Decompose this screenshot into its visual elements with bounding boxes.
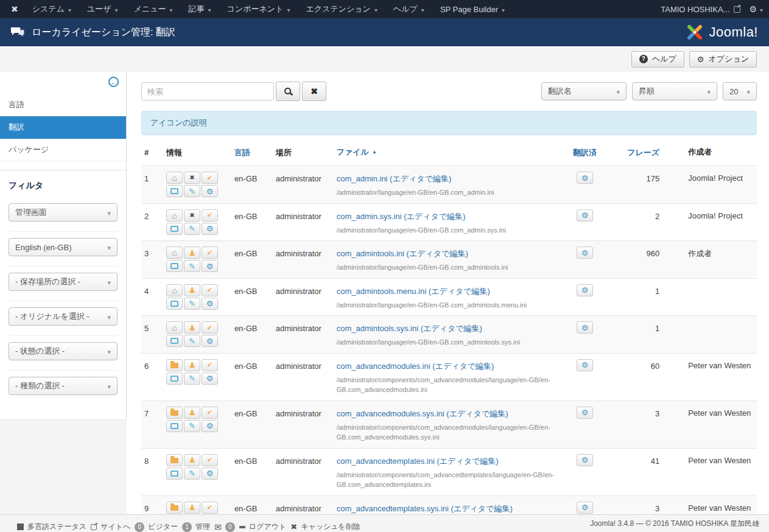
- user-icon-button[interactable]: ♟: [184, 407, 200, 419]
- joomla-icon-button[interactable]: ✖: [184, 172, 200, 184]
- filter-select-origin[interactable]: - オリジナルを選択 -: [9, 307, 118, 326]
- user-icon-button[interactable]: ♟: [184, 247, 200, 259]
- filter-select-client[interactable]: 管理画面: [9, 203, 118, 222]
- visitors-status[interactable]: 0 ビジター: [135, 522, 178, 532]
- gear-icon-button[interactable]: ⚙: [202, 298, 218, 310]
- check-icon-button[interactable]: ✔: [202, 502, 218, 514]
- pencil-icon-button[interactable]: ✎: [184, 335, 200, 347]
- clear-cache-link[interactable]: キャッシュを削除: [290, 522, 360, 532]
- filter-select-state[interactable]: - 状態の選択 -: [9, 342, 118, 360]
- monitor-icon-button[interactable]: [166, 223, 183, 235]
- menu-extensions[interactable]: エクステンション: [298, 4, 385, 15]
- monitor-icon-button[interactable]: [166, 260, 183, 272]
- icon-legend-toggle[interactable]: アイコンの説明: [141, 111, 757, 135]
- file-edit-link[interactable]: com_admintools.menu.ini (エディタで編集): [337, 287, 490, 296]
- gear-icon-button[interactable]: ⚙: [202, 223, 218, 235]
- filter-select-language[interactable]: English (en-GB): [9, 238, 118, 256]
- pencil-icon-button[interactable]: ✎: [184, 260, 200, 272]
- gear-icon-button[interactable]: ⚙: [202, 373, 218, 385]
- folder-icon-button[interactable]: [166, 359, 183, 371]
- monitor-icon-button[interactable]: [166, 373, 183, 385]
- gear-icon-button[interactable]: ⚙: [577, 321, 593, 334]
- gear-icon-button[interactable]: ⚙: [577, 172, 593, 184]
- admins-status[interactable]: 1 管理: [182, 522, 210, 532]
- gear-icon-button[interactable]: ⚙: [577, 407, 593, 419]
- home-icon-button[interactable]: ⌂: [166, 247, 183, 259]
- gear-icon-button[interactable]: ⚙: [577, 454, 593, 466]
- folder-icon-button[interactable]: [166, 407, 183, 419]
- check-icon-button[interactable]: ✔: [202, 321, 218, 334]
- gear-icon-button[interactable]: ⚙: [577, 247, 593, 259]
- file-edit-link[interactable]: com_advancedmodules.sys.ini (エディタで編集): [337, 409, 508, 418]
- view-site-link[interactable]: サイトへ: [91, 522, 130, 532]
- gear-icon-button[interactable]: ⚙: [577, 284, 593, 296]
- menu-sp-page-builder[interactable]: SP Page Builder: [432, 4, 513, 15]
- folder-icon-button[interactable]: [166, 502, 183, 514]
- monitor-icon-button[interactable]: [166, 420, 183, 432]
- file-edit-link[interactable]: com_advancedtemplates.sys.ini (エディタで編集): [337, 504, 513, 513]
- check-icon-button[interactable]: ✔: [202, 407, 218, 419]
- messages-status[interactable]: 0: [214, 522, 235, 532]
- search-button[interactable]: [276, 82, 300, 101]
- user-icon-button[interactable]: ♟: [184, 321, 200, 334]
- user-icon-button[interactable]: ♟: [184, 454, 200, 466]
- check-icon-button[interactable]: ✔: [202, 359, 218, 371]
- gear-icon-button[interactable]: ⚙: [577, 502, 593, 514]
- file-edit-link[interactable]: com_admintools.ini (エディタで編集): [337, 249, 468, 258]
- sidebar-collapse-button[interactable]: [108, 77, 119, 87]
- settings-menu[interactable]: [749, 4, 763, 14]
- menu-users[interactable]: ユーザ: [79, 4, 126, 15]
- home-icon-button[interactable]: ⌂: [166, 321, 183, 334]
- logout-link[interactable]: ログアウト: [239, 522, 286, 532]
- sidebar-item-translations[interactable]: 翻訳: [0, 116, 126, 139]
- user-icon-button[interactable]: ♟: [184, 284, 200, 296]
- pencil-icon-button[interactable]: ✎: [184, 298, 200, 310]
- options-button[interactable]: オプション: [689, 51, 757, 68]
- folder-icon-button[interactable]: [166, 454, 183, 466]
- pencil-icon-button[interactable]: ✎: [184, 185, 200, 197]
- check-icon-button[interactable]: ✔: [202, 284, 218, 296]
- monitor-icon-button[interactable]: [166, 298, 183, 310]
- check-icon-button[interactable]: ✔: [202, 454, 218, 466]
- sidebar-item-languages[interactable]: 言語: [0, 94, 126, 116]
- pencil-icon-button[interactable]: ✎: [184, 467, 200, 480]
- monitor-icon-button[interactable]: [166, 467, 183, 480]
- sort-by-select[interactable]: 翻訳名: [541, 82, 627, 100]
- menu-components[interactable]: コンポーネント: [219, 4, 298, 15]
- monitor-icon-button[interactable]: [166, 335, 183, 347]
- sidebar-item-packages[interactable]: パッケージ: [0, 139, 126, 161]
- clear-search-button[interactable]: [302, 82, 326, 101]
- pencil-icon-button[interactable]: ✎: [184, 420, 200, 432]
- file-edit-link[interactable]: com_advancedtemplates.ini (エディタで編集): [337, 457, 499, 466]
- file-edit-link[interactable]: com_admin.sys.ini (エディタで編集): [337, 212, 466, 221]
- gear-icon-button[interactable]: ⚙: [202, 467, 218, 480]
- joomla-icon-button[interactable]: ✖: [184, 209, 200, 222]
- menu-help[interactable]: ヘルプ: [385, 4, 432, 15]
- menu-system[interactable]: システム: [24, 4, 79, 15]
- user-icon-button[interactable]: ♟: [184, 502, 200, 514]
- filter-select-type[interactable]: - 種類の選択 -: [9, 377, 118, 395]
- home-icon-button[interactable]: ⌂: [166, 172, 183, 184]
- check-icon-button[interactable]: ✔: [202, 209, 218, 222]
- help-button[interactable]: ヘルプ: [631, 51, 684, 68]
- home-icon-button[interactable]: ⌂: [166, 209, 183, 222]
- gear-icon-button[interactable]: ⚙: [202, 185, 218, 197]
- user-menu[interactable]: TAMIO HOSHIKA...: [661, 5, 740, 14]
- list-limit-select[interactable]: 20: [723, 82, 757, 100]
- menu-content[interactable]: 記事: [181, 4, 219, 15]
- multilingual-status[interactable]: 多言語ステータス: [17, 522, 86, 532]
- file-edit-link[interactable]: com_advancedmodules.ini (エディタで編集): [337, 362, 494, 371]
- menu-menus[interactable]: メニュー: [126, 4, 181, 15]
- sort-direction-select[interactable]: 昇順: [632, 82, 717, 100]
- home-icon-button[interactable]: ⌂: [166, 284, 183, 296]
- gear-icon-button[interactable]: ⚙: [202, 260, 218, 272]
- gear-icon-button[interactable]: ⚙: [202, 335, 218, 347]
- file-edit-link[interactable]: com_admintools.sys.ini (エディタで編集): [337, 324, 482, 333]
- pencil-icon-button[interactable]: ✎: [184, 223, 200, 235]
- gear-icon-button[interactable]: ⚙: [202, 420, 218, 432]
- user-icon-button[interactable]: ♟: [184, 359, 200, 371]
- filter-select-storage[interactable]: - 保存場所の選択 -: [9, 273, 118, 291]
- check-icon-button[interactable]: ✔: [202, 247, 218, 259]
- gear-icon-button[interactable]: ⚙: [577, 209, 593, 222]
- pencil-icon-button[interactable]: ✎: [184, 373, 200, 385]
